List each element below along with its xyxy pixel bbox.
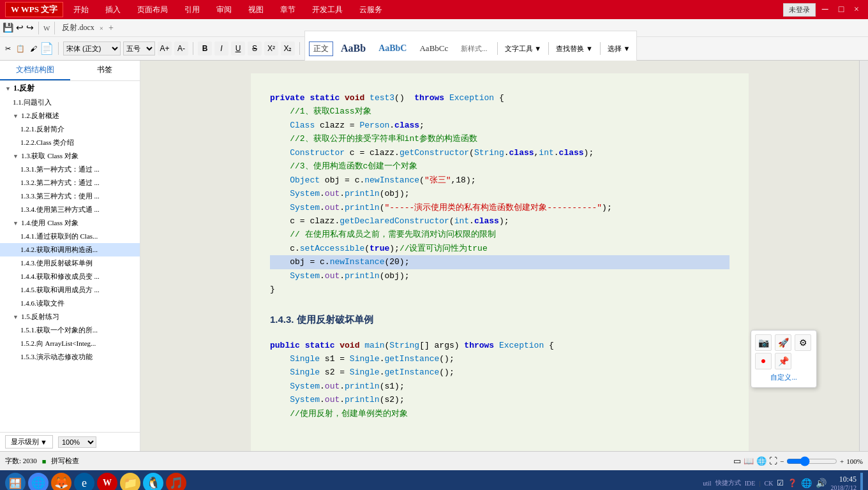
taskbar-show-desktop-icon[interactable] [860, 473, 863, 490]
minimize-button[interactable]: ─ [818, 4, 832, 15]
taskbar-icon-wps[interactable]: W [97, 473, 117, 490]
cut-icon[interactable]: ✂ [5, 45, 11, 53]
text-tools-icon[interactable]: 文字工具 ▼ [502, 43, 544, 55]
maximize-button[interactable]: □ [835, 4, 848, 15]
show-level-button[interactable]: 显示级别 ▼ [5, 435, 53, 449]
tree-item-1-3-4[interactable]: 1.3.4.使用第三种方式通 ... [0, 203, 140, 216]
sep7 [600, 42, 601, 55]
font-family-select[interactable]: 宋体 (正文) [63, 41, 121, 56]
tab-review[interactable]: 审阅 [209, 2, 239, 18]
wps-logo[interactable]: W WPS 文字 [5, 2, 63, 17]
zoom-in-icon[interactable]: + [840, 457, 844, 465]
taskbar-question-icon[interactable]: ❓ [788, 479, 797, 488]
tab-reference[interactable]: 引用 [177, 2, 207, 18]
taskbar-util-label: util [703, 480, 711, 487]
tab-cloud[interactable]: 云服务 [352, 2, 390, 18]
select-icon[interactable]: 选择 ▼ [605, 43, 633, 55]
tree-item-1-4[interactable]: ▼ 1.4.使用 Class 对象 [0, 216, 140, 230]
tree-item-1-5-3[interactable]: 1.5.3.演示动态修改功能 [0, 350, 140, 364]
tree-item-1-3-1[interactable]: 1.3.1.第一种方式：通过 ... [0, 163, 140, 176]
tree-item-1-1[interactable]: 1.1.问题引入 [0, 96, 140, 109]
tree-item-1-4-2[interactable]: 1.4.2.获取和调用构造函... [0, 243, 140, 256]
font-enlarge-button[interactable]: A+ [158, 41, 172, 56]
save-icon[interactable]: 💾 [3, 22, 13, 33]
taskbar-checkbox-icon[interactable]: ☑ [777, 479, 784, 488]
strikethrough-button[interactable]: S [248, 41, 262, 56]
style-normal[interactable]: 正文 [309, 41, 333, 56]
ft-btn-2[interactable]: 🚀 [775, 334, 791, 351]
superscript-button[interactable]: X² [264, 41, 278, 56]
tree-item-1-2-1[interactable]: 1.2.1.反射简介 [0, 122, 140, 136]
sidebar-tab-structure[interactable]: 文档结构图 [0, 61, 70, 80]
tab-insert[interactable]: 插入 [98, 2, 128, 18]
ft-btn-4[interactable]: ● [755, 353, 772, 369]
italic-button[interactable]: I [214, 41, 228, 56]
find-replace-icon[interactable]: 查找替换 ▼ [553, 43, 595, 55]
taskbar-icon-chrome[interactable]: 🌐 [28, 473, 49, 490]
tab-devtools[interactable]: 开发工具 [304, 2, 350, 18]
style-h2[interactable]: AaBbC [373, 42, 412, 55]
bold-button[interactable]: B [198, 41, 212, 56]
paste-icon[interactable]: 📄 [40, 41, 54, 56]
tree-item-1-2[interactable]: ▼ 1.2.反射概述 [0, 109, 140, 122]
style-h1[interactable]: AaBb [336, 41, 371, 56]
tree-item-1-4-4[interactable]: 1.4.4.获取和修改成员变 ... [0, 270, 140, 283]
tree-item-1-3-2[interactable]: 1.3.2.第二种方式：通过 ... [0, 176, 140, 189]
tree-item-1-4-3[interactable]: 1.4.3.使用反射破坏单例 [0, 256, 140, 270]
tree-item-1-4-5[interactable]: 1.4.5.获取和调用成员方 ... [0, 283, 140, 297]
undo-icon[interactable]: ↩ [16, 22, 24, 33]
taskbar-icon-ie[interactable]: e [74, 473, 94, 490]
taskbar-icon-qq[interactable]: 🐧 [143, 473, 163, 490]
ft-btn-5[interactable]: 📌 [775, 353, 791, 369]
tree-item-1-4-6[interactable]: 1.4.6.读取文件 [0, 297, 140, 310]
taskbar-icon-firefox[interactable]: 🦊 [51, 473, 71, 490]
ft-btn-1[interactable]: 📷 [755, 334, 772, 351]
tree-item-1-3-3[interactable]: 1.3.3.第三种方式：使用 ... [0, 189, 140, 203]
copy-icon[interactable]: 📋 [16, 45, 25, 53]
tree-item-1-5-2[interactable]: 1.5.2.向 ArrayList<Integ... [0, 337, 140, 350]
view-read-icon[interactable]: 📖 [744, 456, 754, 466]
taskbar-icon-start[interactable]: 🪟 [5, 473, 26, 490]
format-painter-icon[interactable]: 🖌 [30, 45, 37, 52]
tree-item-1-3[interactable]: ▼ 1.3.获取 Class 对象 [0, 149, 140, 163]
doc-tab-close[interactable]: × [100, 24, 103, 32]
view-full-icon[interactable]: ⛶ [769, 456, 777, 466]
taskbar-icon-files[interactable]: 📁 [120, 473, 140, 490]
expand-arrow-1-4: ▼ [13, 220, 19, 226]
tree-item-1[interactable]: ▼ 1.反射 [0, 81, 140, 96]
sidebar-tab-bookmark[interactable]: 书签 [70, 61, 140, 80]
redo-icon[interactable]: ↪ [26, 22, 34, 33]
tab-page-layout[interactable]: 页面布局 [130, 2, 176, 18]
zoom-out-icon[interactable]: − [780, 457, 784, 465]
tab-chapter[interactable]: 章节 [273, 2, 303, 18]
tab-start[interactable]: 开始 [66, 2, 96, 18]
zoom-slider[interactable] [786, 457, 837, 466]
font-shrink-button[interactable]: A- [174, 41, 188, 56]
doc-tab-add[interactable]: + [108, 23, 114, 33]
doc-area[interactable]: private static void test3() throws Excep… [140, 61, 859, 451]
tree-item-1-5-1[interactable]: 1.5.1.获取一个对象的所... [0, 323, 140, 337]
style-new[interactable]: 新样式... [456, 43, 492, 55]
tree-item-1-2-2[interactable]: 1.2.2.Class 类介绍 [0, 136, 140, 149]
scrollbar-track[interactable] [859, 61, 868, 451]
style-h3[interactable]: AaBbCc [414, 42, 453, 55]
zoom-select[interactable]: 100% [58, 436, 96, 448]
subscript-button[interactable]: X₂ [281, 41, 295, 56]
tree-label-1-5-1: 1.5.1.获取一个对象的所... [20, 325, 98, 335]
view-web-icon[interactable]: 🌐 [756, 456, 767, 466]
taskbar-network-icon[interactable]: 🌐 [801, 478, 812, 489]
tab-view[interactable]: 视图 [241, 2, 271, 18]
tree-item-1-4-1[interactable]: 1.4.1.通过获取到的 Clas... [0, 230, 140, 243]
spell-check-label[interactable]: 拼写检查 [51, 456, 79, 466]
tree-item-1-5[interactable]: ▼ 1.5.反射练习 [0, 310, 140, 323]
expand-arrow-1-5: ▼ [13, 314, 19, 320]
font-size-select[interactable]: 五号 [123, 41, 155, 56]
taskbar-volume-icon[interactable]: 🔊 [816, 478, 827, 489]
ft-btn-3[interactable]: ⚙ [795, 334, 811, 351]
unlogin-button[interactable]: 未登录 [783, 3, 816, 17]
view-normal-icon[interactable]: ▭ [733, 456, 741, 466]
ft-customize-link[interactable]: 自定义... [755, 371, 812, 383]
underline-button[interactable]: U [231, 41, 245, 56]
close-button[interactable]: × [850, 4, 863, 15]
taskbar-icon-music[interactable]: 🎵 [166, 473, 186, 490]
